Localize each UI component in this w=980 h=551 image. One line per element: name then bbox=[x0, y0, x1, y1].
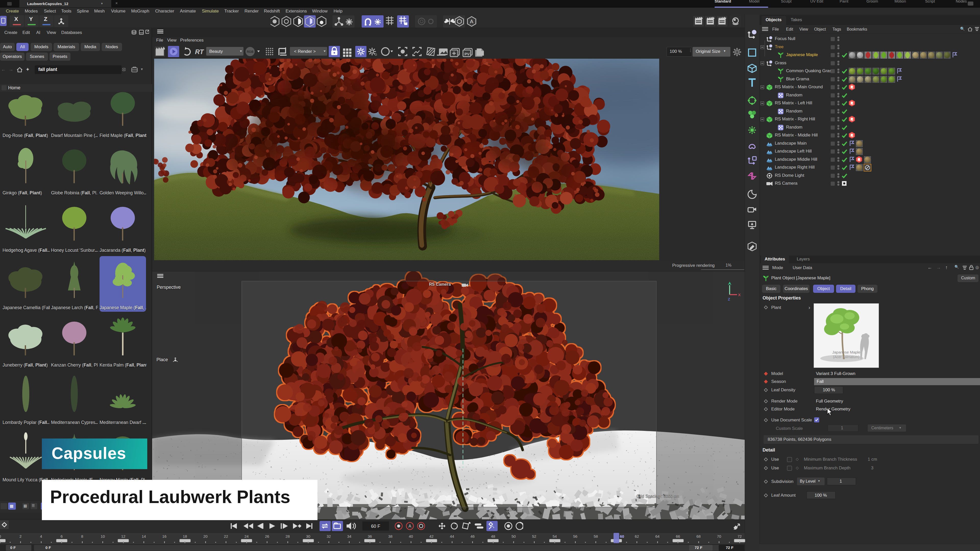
svg-text:< Render >: < Render > bbox=[294, 49, 316, 54]
svg-text:A: A bbox=[470, 19, 473, 24]
svg-text:G: G bbox=[375, 53, 377, 56]
svg-text:Z: Z bbox=[728, 297, 730, 301]
svg-text:Beauty: Beauty bbox=[209, 49, 223, 54]
svg-text:X: X bbox=[738, 292, 741, 297]
svg-text:RGB: RGB bbox=[247, 50, 254, 54]
svg-text:Japanese Maple: Japanese Maple bbox=[832, 350, 860, 354]
svg-text:RT: RT bbox=[195, 48, 204, 56]
svg-text:PV: PV bbox=[465, 52, 469, 56]
svg-text:60 F: 60 F bbox=[371, 524, 380, 529]
svg-text:A: A bbox=[409, 524, 411, 528]
svg-text:(Acer palmatum): (Acer palmatum) bbox=[833, 355, 859, 359]
